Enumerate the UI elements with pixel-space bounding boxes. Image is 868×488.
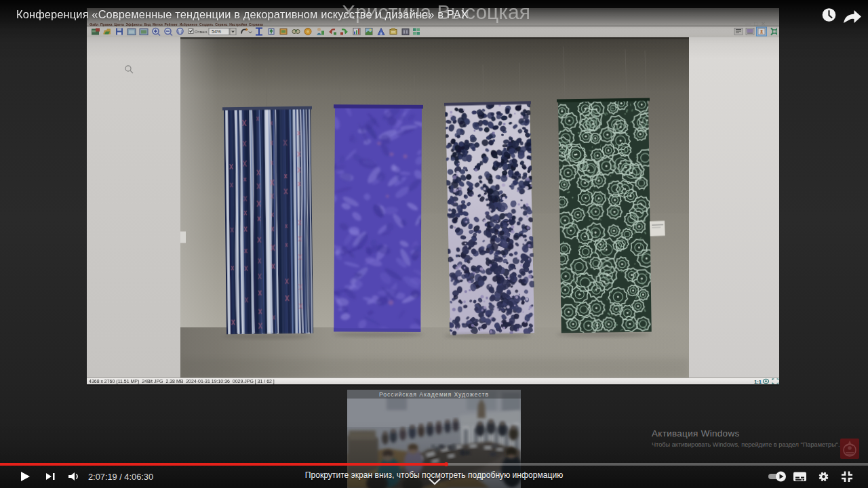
svg-text:Российская Академия Художеств: Российская Академия Художеств [379, 391, 489, 398]
svg-text:1:1: 1:1 [754, 379, 762, 385]
